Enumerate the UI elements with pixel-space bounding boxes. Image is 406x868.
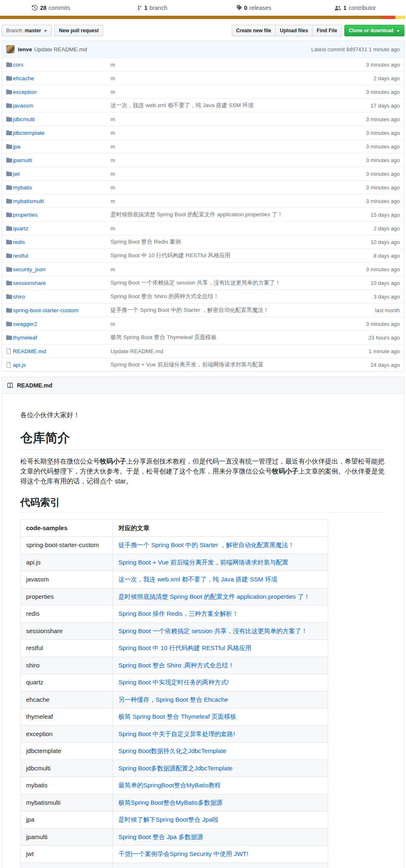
commit-message-link[interactable]: Update README.md: [34, 46, 87, 53]
article-link[interactable]: 最简单的SpringBoot整合MyBatis教程: [118, 782, 221, 789]
file-commit-message-link[interactable]: Spring Boot + Vue 前后端分离开发，前端网络请求封装与配置: [111, 361, 264, 368]
article-link[interactable]: 另一种缓存，Spring Boot 整合 Ehcache: [118, 696, 228, 703]
article-link[interactable]: Spring Boot数据持久化之JdbcTemplate: [118, 747, 226, 754]
article-link[interactable]: 是时候了解下Spring Boot整合 Jpa啦: [118, 816, 219, 823]
file-commit-message-link[interactable]: Spring Boot 中 10 行代码构建 RESTful 风格应用: [111, 252, 231, 258]
file-commit-message-link[interactable]: m: [111, 130, 115, 136]
file-commit-message-link[interactable]: m: [111, 184, 115, 191]
commits-stat-link[interactable]: 28 commits: [0, 5, 101, 11]
article-link[interactable]: 极简Spring Boot整合MyBatis多数据源: [118, 799, 223, 806]
file-name-link[interactable]: ehcache: [13, 75, 34, 81]
file-commit-message-link[interactable]: Spring Boot 整合 Redis 案例: [111, 239, 181, 245]
file-name-link[interactable]: jdbcmulti: [13, 116, 35, 122]
file-commit-message-link[interactable]: 是时候彻底搞清楚 Spring Boot 的配置文件 application.p…: [111, 211, 283, 218]
file-commit-message-link[interactable]: m: [111, 157, 115, 163]
file-commit-message-link[interactable]: m: [111, 116, 115, 122]
contributors-stat-link[interactable]: 1 contributor: [305, 5, 406, 11]
file-row: security_json m 3 minutes ago: [2, 262, 404, 276]
file-name-link[interactable]: jpa: [13, 143, 20, 150]
file-name-link[interactable]: exception: [13, 89, 37, 95]
table-header-code-samples: code-samples: [21, 519, 113, 537]
commit-author-link[interactable]: lenve: [18, 46, 32, 53]
file-age: 3 minutes ago: [334, 89, 404, 95]
releases-stat-link[interactable]: 0 releases: [203, 5, 305, 11]
file-name-link[interactable]: cors: [13, 62, 24, 68]
article-link[interactable]: 干货|一个案例学会Spring Security 中使用 JWT!: [118, 850, 248, 857]
file-commit-message-link[interactable]: Spring Boot 一个依赖搞定 session 共享，没有比这更简单的方案…: [111, 280, 281, 286]
file-commit-message-link[interactable]: m: [111, 266, 115, 273]
file-commit-message-link[interactable]: m: [111, 75, 115, 81]
commit-sha-link[interactable]: 8d97431: [346, 47, 368, 53]
branches-stat-link[interactable]: 1 branch: [101, 5, 203, 11]
file-name-link[interactable]: swagger2: [13, 321, 37, 327]
article-link[interactable]: 徒手撸一个 Spring Boot 中的 Starter ，解密自动化配置黑魔法…: [118, 541, 294, 548]
file-name-link[interactable]: properties: [13, 212, 38, 218]
file-name-link[interactable]: spring-boot-starter-custom: [13, 307, 78, 313]
tag-icon: [236, 5, 242, 11]
file-name-link[interactable]: thymeleaf: [13, 335, 37, 341]
file-commit-message-link[interactable]: m: [111, 225, 115, 232]
file-name-link[interactable]: README.md: [13, 348, 46, 354]
article-link[interactable]: Spring Boot 中实现定时任务的两种方式!: [118, 679, 229, 686]
file-name-link[interactable]: restful: [13, 253, 28, 259]
clone-or-download-button[interactable]: Clone or download: [344, 25, 404, 36]
file-row: javassm 这一次，我连 web.xml 都不要了，纯 Java 搭建 SS…: [2, 98, 404, 112]
file-commit-message-link[interactable]: 这一次，我连 web.xml 都不要了，纯 Java 搭建 SSM 环境: [111, 102, 254, 108]
article-link[interactable]: 这一次，我连 web.xml 都不要了，纯 Java 搭建 SSM 环境: [118, 576, 277, 583]
file-commit-message-link[interactable]: m: [111, 62, 115, 68]
article-link[interactable]: Spring Boot 整合 Shiro ,两种方式全总结！: [118, 662, 234, 669]
file-name-link[interactable]: api.js: [13, 362, 26, 368]
file-commit-message-link[interactable]: Spring Boot 整合 Shiro 的两种方式全总结！: [111, 293, 219, 299]
file-age: 3 minutes ago: [334, 171, 404, 177]
article-link[interactable]: Spring Boot 中 10 行代码构建 RESTful 风格应用: [118, 644, 252, 651]
table-row: thymeleaf 极简 Spring Boot 整合 Thymeleaf 页面…: [21, 708, 328, 726]
article-link[interactable]: Spring Boot 一个依赖搞定 session 共享，没有比这更简单的方案…: [118, 627, 308, 634]
file-commit-message-link[interactable]: m: [111, 198, 115, 204]
file-name-link[interactable]: jpamulti: [13, 157, 32, 163]
file-commit-message-link[interactable]: 极简 Spring Boot 整合 Thymeleaf 页面模板: [111, 334, 217, 340]
new-pull-request-button[interactable]: New pull request: [54, 25, 103, 36]
file-commit-message-link[interactable]: m: [111, 89, 115, 95]
file-age: 3 minutes ago: [334, 157, 404, 163]
article-link[interactable]: Spring Boot 整合 Jpa 多数据源: [118, 833, 203, 840]
file-name-link[interactable]: shiro: [13, 294, 25, 300]
caret-down-icon: [396, 30, 400, 32]
article-link[interactable]: Spring Boot多数据源配置之JdbcTemplate: [118, 765, 233, 772]
file-name-link[interactable]: mybatismulti: [13, 198, 44, 204]
file-commit-message-link[interactable]: m: [111, 321, 115, 327]
article-link[interactable]: 极简 Spring Boot 整合 Thymeleaf 页面模板: [118, 713, 236, 720]
file-commit-message-link[interactable]: 徒手撸一个 Spring Boot 中的 Starter ，解密自动化配置黑魔法…: [111, 307, 269, 313]
file-name-link[interactable]: mybatis: [13, 184, 32, 191]
upload-files-button[interactable]: Upload files: [275, 25, 312, 36]
table-row: properties 是时候彻底搞清楚 Spring Boot 的配置文件 ap…: [21, 588, 328, 605]
file-name-link[interactable]: sessionshare: [13, 280, 46, 286]
folder-icon: [6, 102, 12, 109]
article-link[interactable]: Spring Boot 操作 Redis，三种方案全解析！: [118, 610, 238, 617]
file-commit-message-link[interactable]: m: [111, 171, 115, 177]
avatar[interactable]: [6, 45, 14, 53]
branch-select-button[interactable]: Branch: master: [2, 25, 52, 36]
language-bar[interactable]: [0, 16, 406, 19]
file-name-link[interactable]: security_json: [13, 266, 46, 273]
file-name-link[interactable]: jwt: [13, 171, 20, 177]
code-sample-name: mybatis: [21, 777, 113, 794]
branch-label: Branch:: [6, 28, 23, 33]
create-new-file-button[interactable]: Create new file: [232, 25, 276, 36]
readme-greeting: 各位小伙伴大家好！: [20, 410, 386, 420]
article-link[interactable]: Spring Boot 中关于自定义异常处理的套路!: [118, 730, 235, 737]
file-commit-message-link[interactable]: m: [111, 143, 115, 150]
article-link[interactable]: Spring Boot + Vue 前后端分离开发，前端网络请求封装与配置: [118, 559, 288, 566]
article-link[interactable]: 是时候彻底搞清楚 Spring Boot 的配置文件 application.p…: [118, 593, 310, 600]
folder-icon: [6, 334, 12, 341]
file-name-link[interactable]: jdbctemplate: [13, 130, 45, 136]
folder-icon: [6, 198, 12, 204]
find-file-button[interactable]: Find File: [312, 25, 341, 36]
file-icon: [6, 361, 11, 368]
file-name-link[interactable]: javassm: [13, 103, 34, 109]
file-name-link[interactable]: redis: [13, 239, 25, 245]
file-name-link[interactable]: quartz: [13, 225, 29, 232]
table-row: jpa 是时候了解下Spring Boot整合 Jpa啦: [21, 811, 328, 829]
folder-icon: [6, 252, 12, 259]
file-commit-message-link[interactable]: Update README.md: [111, 348, 163, 354]
bold-brand-name: 牧码小子: [272, 468, 298, 475]
